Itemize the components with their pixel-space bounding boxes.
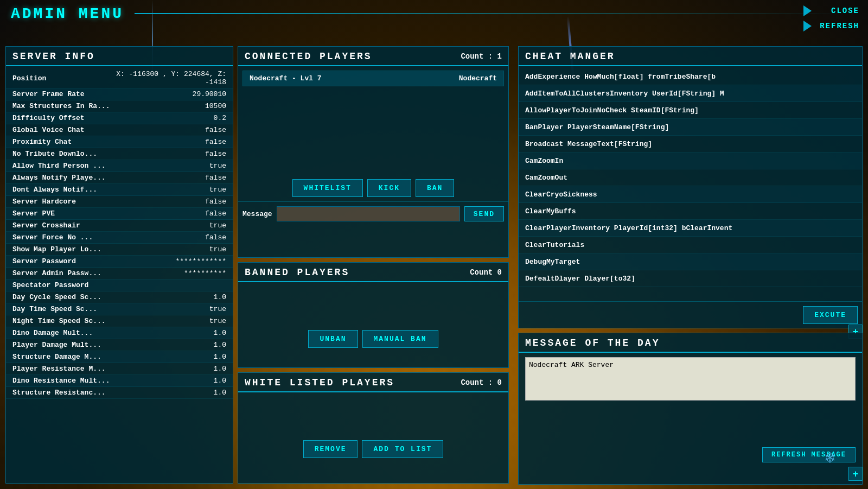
cheat-name: ClearMyBuffs	[525, 207, 576, 215]
info-value: false	[205, 126, 226, 134]
title-bar: ADMIN MENU	[0, 0, 868, 27]
info-value: 1.0	[214, 389, 226, 397]
info-label: Max Structures In Ra...	[12, 102, 110, 110]
top-buttons: CLOSE REFRESH	[803, 4, 868, 33]
cheat-name: ClearCryoSickness	[525, 190, 597, 199]
cheat-item[interactable]: ClearCryoSickness	[519, 186, 862, 203]
info-row: Spectator Password	[6, 280, 233, 291]
cheat-name: CamZoomOut	[525, 174, 567, 182]
info-label: Structure Damage M...	[12, 353, 110, 361]
motd-panel: MESSAGE OF THE DAY REFRESH MESSAGE ❄	[518, 333, 863, 485]
info-value: 10500	[205, 102, 226, 110]
ban-button[interactable]: BAN	[416, 179, 454, 197]
info-row: Server Force No ... false	[6, 232, 233, 244]
kick-button[interactable]: KICK	[367, 179, 411, 197]
info-label: No Tribute Downlo...	[12, 150, 110, 158]
info-label: Server Force No ...	[12, 233, 110, 242]
info-value: false	[205, 209, 226, 218]
info-value: false	[205, 198, 226, 206]
message-input[interactable]	[277, 206, 460, 221]
whitelist-title: WHITE LISTED PLAYERS	[245, 377, 394, 388]
info-row: Night Time Speed Sc... true	[6, 315, 233, 327]
cheat-item[interactable]: CamZoomIn	[519, 153, 862, 169]
info-value: 1.0	[214, 377, 226, 385]
snowflake-icon: ❄	[825, 448, 835, 468]
message-label: Message	[242, 210, 272, 218]
cheat-item[interactable]: AddExperience HowMuch[float] fromTribeSh…	[519, 68, 862, 85]
refresh-button[interactable]: REFRESH	[803, 20, 868, 33]
cheat-name: AddItemToAllClustersInventory UserId[FSt…	[525, 90, 724, 98]
remove-button[interactable]: REMOVE	[303, 440, 358, 458]
cheat-name: AddExperience HowMuch[float] fromTribeSh…	[525, 73, 716, 81]
connected-player-list: Nodecraft - Lvl 7 Nodecraft	[238, 66, 508, 175]
info-label: Server Admin Passw...	[12, 269, 110, 277]
connected-count: Count : 1	[461, 52, 502, 61]
info-row: Dont Always Notif... true	[6, 184, 233, 196]
banned-player-list	[238, 282, 508, 326]
motd-title: MESSAGE OF THE DAY	[519, 333, 862, 353]
info-value: 1.0	[214, 329, 226, 337]
info-label: Difficulty Offset	[12, 114, 110, 122]
cheat-item[interactable]: DebugMyTarget	[519, 253, 862, 270]
info-value: **********	[184, 269, 226, 277]
send-button[interactable]: SEND	[464, 206, 504, 221]
cheat-name: ClearPlayerInventory PlayerId[int32] bCl…	[525, 224, 732, 232]
whitelist-count: Count : 0	[461, 378, 502, 387]
info-row: No Tribute Downlo... false	[6, 148, 233, 160]
info-row: Difficulty Offset 0.2	[6, 112, 233, 124]
cheat-item[interactable]: AllowPlayerToJoinNoCheck SteamID[FString…	[519, 102, 862, 119]
add-to-list-button[interactable]: ADD TO LIST	[362, 440, 443, 458]
refresh-message-button[interactable]: REFRESH MESSAGE	[762, 447, 856, 462]
whitelist-button[interactable]: WHITELIST	[292, 179, 363, 197]
info-value: true	[209, 305, 226, 313]
cheat-item[interactable]: AddItemToAllClustersInventory UserId[FSt…	[519, 85, 862, 102]
info-label: Dino Damage Mult...	[12, 329, 110, 337]
info-value: false	[205, 150, 226, 158]
cheat-name: BanPlayer PlayerSteamName[FString]	[525, 123, 669, 131]
info-label: Spectator Password	[12, 281, 110, 289]
info-row: Player Resistance M... 1.0	[6, 363, 233, 375]
player-row[interactable]: Nodecraft - Lvl 7 Nodecraft	[242, 71, 504, 86]
whitelist-panel: WHITE LISTED PLAYERS Count : 0 REMOVE AD…	[238, 372, 509, 484]
cheat-item[interactable]: DefealtDlayer Dlayer[to32]	[519, 270, 862, 287]
cheat-item[interactable]: Broadcast MessageText[FString]	[519, 136, 862, 153]
cheat-item[interactable]: BanPlayer PlayerSteamName[FString]	[519, 119, 862, 136]
info-row: Proximity Chat false	[6, 136, 233, 148]
unban-button[interactable]: UNBAN	[308, 330, 358, 348]
cheat-name: DefealtDlayer Dlayer[to32]	[525, 275, 635, 283]
cheat-manager-panel: CHEAT MANGER AddExperience HowMuch[float…	[518, 46, 863, 328]
info-row: Structure Damage M... 1.0	[6, 351, 233, 363]
info-label: Player Damage Mult...	[12, 341, 110, 349]
manual-ban-button[interactable]: Manual Ban	[362, 330, 438, 348]
cheat-name: Broadcast MessageText[FString]	[525, 140, 652, 148]
info-row: Dino Damage Mult... 1.0	[6, 327, 233, 339]
cheat-item[interactable]: CamZoomOut	[519, 169, 862, 186]
title-line	[135, 13, 846, 14]
excute-button[interactable]: EXCUTE	[803, 306, 858, 324]
info-row: Global Voice Chat false	[6, 124, 233, 136]
cheat-item[interactable]: ClearMyBuffs	[519, 203, 862, 220]
excute-row: EXCUTE	[519, 301, 862, 328]
player-steam: Nodecraft	[459, 74, 497, 82]
info-label: Structure Resistanc...	[12, 389, 110, 397]
close-button[interactable]: CLOSE	[803, 4, 868, 17]
info-row: Server Admin Passw... **********	[6, 268, 233, 280]
info-value: 29.90010	[193, 90, 226, 98]
cheat-list: AddExperience HowMuch[float] fromTribeSh…	[519, 66, 862, 301]
info-value: 0.2	[214, 114, 226, 122]
cheat-item[interactable]: ClearTutorials	[519, 237, 862, 253]
info-row: Player Damage Mult... 1.0	[6, 339, 233, 351]
info-row: Show Map Player Lo... true	[6, 244, 233, 256]
cheat-name: DebugMyTarget	[525, 258, 580, 266]
info-value: 1.0	[214, 353, 226, 361]
motd-textarea[interactable]	[525, 357, 856, 401]
info-value: false	[205, 174, 226, 182]
player-name: Nodecraft - Lvl 7	[250, 74, 459, 82]
whitelist-action-buttons: REMOVE ADD TO LIST	[238, 436, 508, 462]
cheat-item[interactable]: ClearPlayerInventory PlayerId[int32] bCl…	[519, 220, 862, 237]
connected-players-panel: CONNECTED PLAYERS Count : 1 Nodecraft - …	[238, 46, 509, 258]
plus-button-2[interactable]: +	[848, 467, 863, 481]
player-action-buttons: WHITELIST KICK BAN	[238, 175, 508, 201]
banned-players-panel: BANNED PLAYERS Count 0 UNBAN Manual Ban	[238, 262, 509, 368]
info-label: Dino Resistance Mult...	[12, 377, 110, 385]
